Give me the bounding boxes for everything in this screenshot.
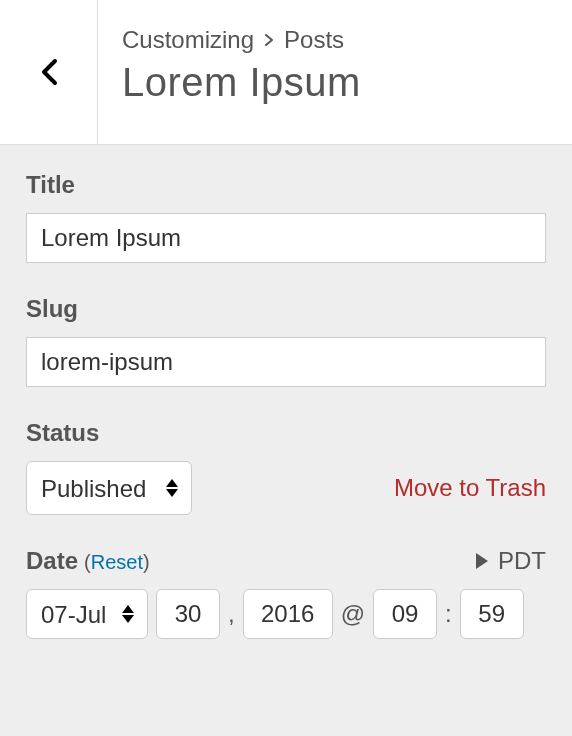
header-text: Customizing Posts Lorem Ipsum bbox=[98, 0, 385, 144]
hour-input[interactable] bbox=[373, 589, 437, 639]
month-select[interactable]: 07-Jul bbox=[26, 589, 148, 639]
status-select[interactable]: Published bbox=[26, 461, 192, 515]
timezone-label: PDT bbox=[498, 547, 546, 575]
slug-input[interactable] bbox=[26, 337, 546, 387]
title-label: Title bbox=[26, 171, 546, 199]
timezone-toggle[interactable]: PDT bbox=[476, 547, 546, 575]
breadcrumb-section: Posts bbox=[284, 26, 344, 54]
date-header: Date (Reset) PDT bbox=[26, 547, 546, 575]
back-button[interactable] bbox=[0, 0, 98, 144]
date-sep-at: @ bbox=[341, 600, 365, 628]
status-field-group: Status Published Move to Trash bbox=[26, 419, 546, 515]
slug-label: Slug bbox=[26, 295, 546, 323]
date-field-group: Date (Reset) PDT 07-Jul , bbox=[26, 547, 546, 639]
move-to-trash-link[interactable]: Move to Trash bbox=[394, 474, 546, 502]
status-row: Published Move to Trash bbox=[26, 461, 546, 515]
date-label: Date bbox=[26, 547, 78, 575]
triangle-right-icon bbox=[476, 553, 488, 569]
reset-wrap: (Reset) bbox=[84, 551, 150, 574]
minute-input[interactable] bbox=[460, 589, 524, 639]
month-select-wrapper: 07-Jul bbox=[26, 589, 148, 639]
day-input[interactable] bbox=[156, 589, 220, 639]
date-sep-colon: : bbox=[445, 600, 452, 628]
page-title: Lorem Ipsum bbox=[122, 60, 361, 105]
title-field-group: Title bbox=[26, 171, 546, 263]
breadcrumb-root: Customizing bbox=[122, 26, 254, 54]
customizer-header: Customizing Posts Lorem Ipsum bbox=[0, 0, 572, 145]
form-content: Title Slug Status Published Move to Tras… bbox=[0, 145, 572, 639]
status-select-wrapper: Published bbox=[26, 461, 192, 515]
year-input[interactable] bbox=[243, 589, 333, 639]
date-sep-comma: , bbox=[228, 600, 235, 628]
date-label-group: Date (Reset) bbox=[26, 547, 150, 575]
reset-link[interactable]: Reset bbox=[91, 551, 143, 573]
title-input[interactable] bbox=[26, 213, 546, 263]
status-label: Status bbox=[26, 419, 546, 447]
chevron-left-icon bbox=[40, 58, 58, 86]
chevron-right-icon bbox=[264, 33, 274, 47]
date-inputs-row: 07-Jul , @ : bbox=[26, 589, 546, 639]
breadcrumb: Customizing Posts bbox=[122, 26, 361, 54]
slug-field-group: Slug bbox=[26, 295, 546, 387]
